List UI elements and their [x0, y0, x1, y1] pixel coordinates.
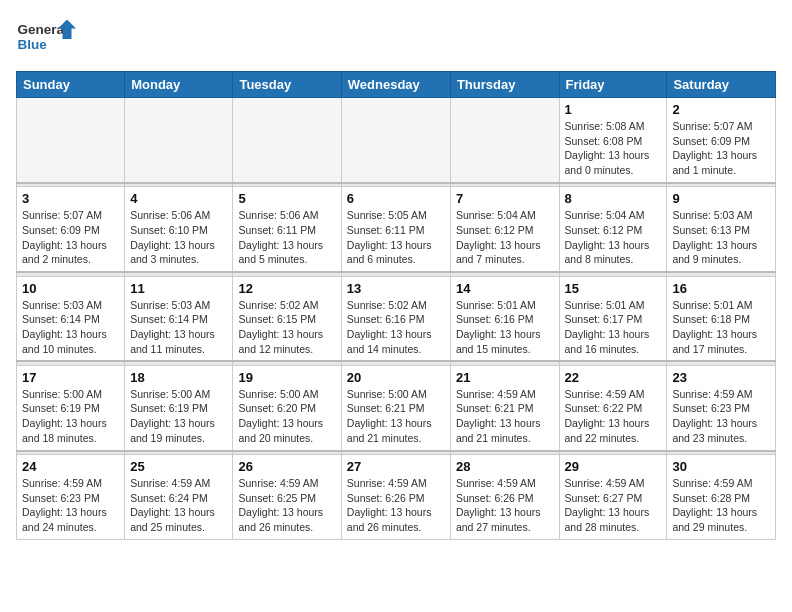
calendar-day-cell [233, 98, 341, 183]
day-number: 20 [347, 370, 445, 385]
day-number: 9 [672, 191, 770, 206]
day-info: Sunrise: 5:00 AMSunset: 6:21 PMDaylight:… [347, 387, 445, 446]
day-number: 19 [238, 370, 335, 385]
calendar-day-cell [450, 98, 559, 183]
day-number: 21 [456, 370, 554, 385]
calendar-day-cell: 10Sunrise: 5:03 AMSunset: 6:14 PMDayligh… [17, 276, 125, 361]
day-number: 10 [22, 281, 119, 296]
day-info: Sunrise: 4:59 AMSunset: 6:26 PMDaylight:… [347, 476, 445, 535]
calendar-day-cell: 15Sunrise: 5:01 AMSunset: 6:17 PMDayligh… [559, 276, 667, 361]
day-number: 16 [672, 281, 770, 296]
day-info: Sunrise: 5:04 AMSunset: 6:12 PMDaylight:… [456, 208, 554, 267]
day-info: Sunrise: 5:01 AMSunset: 6:16 PMDaylight:… [456, 298, 554, 357]
calendar-header-row: SundayMondayTuesdayWednesdayThursdayFrid… [17, 72, 776, 98]
page-header: General Blue [16, 16, 776, 61]
day-info: Sunrise: 5:05 AMSunset: 6:11 PMDaylight:… [347, 208, 445, 267]
calendar-day-cell: 9Sunrise: 5:03 AMSunset: 6:13 PMDaylight… [667, 187, 776, 272]
day-number: 5 [238, 191, 335, 206]
calendar-week-row: 3Sunrise: 5:07 AMSunset: 6:09 PMDaylight… [17, 187, 776, 272]
weekday-header-friday: Friday [559, 72, 667, 98]
svg-text:General: General [18, 22, 68, 37]
calendar-day-cell: 12Sunrise: 5:02 AMSunset: 6:15 PMDayligh… [233, 276, 341, 361]
calendar-day-cell: 30Sunrise: 4:59 AMSunset: 6:28 PMDayligh… [667, 455, 776, 540]
day-number: 27 [347, 459, 445, 474]
day-info: Sunrise: 5:07 AMSunset: 6:09 PMDaylight:… [22, 208, 119, 267]
calendar-day-cell: 29Sunrise: 4:59 AMSunset: 6:27 PMDayligh… [559, 455, 667, 540]
calendar-day-cell: 23Sunrise: 4:59 AMSunset: 6:23 PMDayligh… [667, 365, 776, 450]
day-info: Sunrise: 5:04 AMSunset: 6:12 PMDaylight:… [565, 208, 662, 267]
day-info: Sunrise: 4:59 AMSunset: 6:23 PMDaylight:… [22, 476, 119, 535]
day-number: 15 [565, 281, 662, 296]
day-number: 3 [22, 191, 119, 206]
calendar-day-cell: 18Sunrise: 5:00 AMSunset: 6:19 PMDayligh… [125, 365, 233, 450]
day-info: Sunrise: 5:01 AMSunset: 6:17 PMDaylight:… [565, 298, 662, 357]
day-info: Sunrise: 5:00 AMSunset: 6:19 PMDaylight:… [22, 387, 119, 446]
day-info: Sunrise: 4:59 AMSunset: 6:24 PMDaylight:… [130, 476, 227, 535]
day-number: 29 [565, 459, 662, 474]
day-number: 17 [22, 370, 119, 385]
calendar-day-cell: 24Sunrise: 4:59 AMSunset: 6:23 PMDayligh… [17, 455, 125, 540]
weekday-header-thursday: Thursday [450, 72, 559, 98]
calendar-day-cell: 3Sunrise: 5:07 AMSunset: 6:09 PMDaylight… [17, 187, 125, 272]
day-number: 26 [238, 459, 335, 474]
calendar-day-cell: 21Sunrise: 4:59 AMSunset: 6:21 PMDayligh… [450, 365, 559, 450]
calendar-day-cell: 1Sunrise: 5:08 AMSunset: 6:08 PMDaylight… [559, 98, 667, 183]
day-info: Sunrise: 4:59 AMSunset: 6:28 PMDaylight:… [672, 476, 770, 535]
calendar-day-cell: 17Sunrise: 5:00 AMSunset: 6:19 PMDayligh… [17, 365, 125, 450]
weekday-header-saturday: Saturday [667, 72, 776, 98]
day-number: 11 [130, 281, 227, 296]
day-info: Sunrise: 5:08 AMSunset: 6:08 PMDaylight:… [565, 119, 662, 178]
day-info: Sunrise: 5:01 AMSunset: 6:18 PMDaylight:… [672, 298, 770, 357]
calendar-day-cell: 20Sunrise: 5:00 AMSunset: 6:21 PMDayligh… [341, 365, 450, 450]
day-number: 24 [22, 459, 119, 474]
day-info: Sunrise: 5:00 AMSunset: 6:20 PMDaylight:… [238, 387, 335, 446]
weekday-header-sunday: Sunday [17, 72, 125, 98]
calendar-day-cell: 14Sunrise: 5:01 AMSunset: 6:16 PMDayligh… [450, 276, 559, 361]
day-info: Sunrise: 5:06 AMSunset: 6:10 PMDaylight:… [130, 208, 227, 267]
calendar-week-row: 1Sunrise: 5:08 AMSunset: 6:08 PMDaylight… [17, 98, 776, 183]
day-info: Sunrise: 5:03 AMSunset: 6:14 PMDaylight:… [22, 298, 119, 357]
day-info: Sunrise: 4:59 AMSunset: 6:25 PMDaylight:… [238, 476, 335, 535]
day-info: Sunrise: 5:02 AMSunset: 6:15 PMDaylight:… [238, 298, 335, 357]
day-info: Sunrise: 4:59 AMSunset: 6:27 PMDaylight:… [565, 476, 662, 535]
logo-svg: General Blue [16, 16, 76, 61]
day-number: 28 [456, 459, 554, 474]
calendar-day-cell: 26Sunrise: 4:59 AMSunset: 6:25 PMDayligh… [233, 455, 341, 540]
calendar-day-cell: 25Sunrise: 4:59 AMSunset: 6:24 PMDayligh… [125, 455, 233, 540]
calendar-day-cell: 19Sunrise: 5:00 AMSunset: 6:20 PMDayligh… [233, 365, 341, 450]
calendar-day-cell: 11Sunrise: 5:03 AMSunset: 6:14 PMDayligh… [125, 276, 233, 361]
day-info: Sunrise: 5:02 AMSunset: 6:16 PMDaylight:… [347, 298, 445, 357]
day-info: Sunrise: 5:00 AMSunset: 6:19 PMDaylight:… [130, 387, 227, 446]
calendar-table: SundayMondayTuesdayWednesdayThursdayFrid… [16, 71, 776, 540]
day-number: 13 [347, 281, 445, 296]
day-number: 12 [238, 281, 335, 296]
day-number: 7 [456, 191, 554, 206]
calendar-day-cell: 28Sunrise: 4:59 AMSunset: 6:26 PMDayligh… [450, 455, 559, 540]
day-number: 14 [456, 281, 554, 296]
day-number: 2 [672, 102, 770, 117]
day-info: Sunrise: 4:59 AMSunset: 6:22 PMDaylight:… [565, 387, 662, 446]
logo: General Blue [16, 16, 76, 61]
day-info: Sunrise: 5:03 AMSunset: 6:14 PMDaylight:… [130, 298, 227, 357]
day-number: 22 [565, 370, 662, 385]
calendar-week-row: 10Sunrise: 5:03 AMSunset: 6:14 PMDayligh… [17, 276, 776, 361]
calendar-day-cell: 7Sunrise: 5:04 AMSunset: 6:12 PMDaylight… [450, 187, 559, 272]
calendar-day-cell: 22Sunrise: 4:59 AMSunset: 6:22 PMDayligh… [559, 365, 667, 450]
calendar-week-row: 17Sunrise: 5:00 AMSunset: 6:19 PMDayligh… [17, 365, 776, 450]
day-info: Sunrise: 5:06 AMSunset: 6:11 PMDaylight:… [238, 208, 335, 267]
calendar-week-row: 24Sunrise: 4:59 AMSunset: 6:23 PMDayligh… [17, 455, 776, 540]
calendar-day-cell: 2Sunrise: 5:07 AMSunset: 6:09 PMDaylight… [667, 98, 776, 183]
day-info: Sunrise: 4:59 AMSunset: 6:23 PMDaylight:… [672, 387, 770, 446]
weekday-header-tuesday: Tuesday [233, 72, 341, 98]
day-info: Sunrise: 4:59 AMSunset: 6:21 PMDaylight:… [456, 387, 554, 446]
day-number: 18 [130, 370, 227, 385]
calendar-day-cell [17, 98, 125, 183]
day-number: 6 [347, 191, 445, 206]
day-number: 23 [672, 370, 770, 385]
calendar-day-cell [341, 98, 450, 183]
svg-text:Blue: Blue [18, 37, 48, 52]
day-number: 25 [130, 459, 227, 474]
calendar-day-cell: 5Sunrise: 5:06 AMSunset: 6:11 PMDaylight… [233, 187, 341, 272]
day-number: 4 [130, 191, 227, 206]
calendar-day-cell: 13Sunrise: 5:02 AMSunset: 6:16 PMDayligh… [341, 276, 450, 361]
